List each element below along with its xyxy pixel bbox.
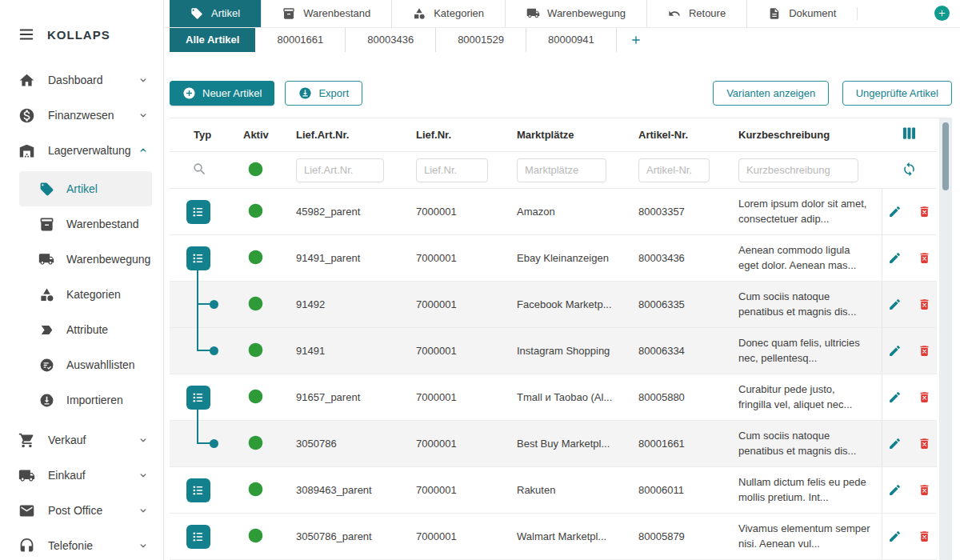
table-row[interactable]: 91657_parent 7000001 Tmall и Taobao (Al.… xyxy=(170,374,937,421)
cell-lief-art-nr: 3089463_parent xyxy=(281,467,401,514)
subtab-80001661[interactable]: 80001661 xyxy=(255,28,346,52)
delete-button[interactable] xyxy=(918,530,931,543)
tab-kategorien[interactable]: Kategorien xyxy=(391,0,505,27)
edit-button[interactable] xyxy=(888,251,902,265)
parent-type-badge[interactable] xyxy=(186,478,210,502)
filter-input-artikel-nr[interactable] xyxy=(638,158,710,182)
tab-warenbewegung[interactable]: Warenbewegung xyxy=(505,0,646,27)
table-body: 45982_parent 7000001 Amazon 80003357 Lor… xyxy=(170,189,937,560)
document-icon xyxy=(768,6,782,20)
pencil-icon xyxy=(888,530,902,543)
delete-button[interactable] xyxy=(918,390,931,404)
truck-icon xyxy=(18,466,35,484)
subtab-alle-artikel[interactable]: Alle Artikel xyxy=(170,28,255,52)
edit-button[interactable] xyxy=(888,298,902,311)
delete-button[interactable] xyxy=(918,298,931,311)
cell-lief-nr: 7000001 xyxy=(401,328,502,374)
sidebar-item-einkauf[interactable]: Einkauf xyxy=(0,458,163,493)
hamburger-menu-icon[interactable] xyxy=(18,26,35,43)
sidebar-item-importieren[interactable]: Importieren xyxy=(0,382,163,418)
edit-button[interactable] xyxy=(888,344,902,358)
cell-lief-nr: 7000001 xyxy=(401,189,502,235)
table-row[interactable]: 3050786_parent 7000001 Walmart Marketpl.… xyxy=(170,514,937,560)
undo-icon xyxy=(668,6,682,20)
filter-input-marktplaetze[interactable] xyxy=(517,158,606,182)
sidebar-item-attribute[interactable]: Attribute xyxy=(0,312,163,347)
parent-type-badge[interactable] xyxy=(186,386,210,410)
delete-button[interactable] xyxy=(918,251,931,265)
table-row[interactable]: 45982_parent 7000001 Amazon 80003357 Lor… xyxy=(170,189,937,235)
delete-button[interactable] xyxy=(918,344,931,358)
refresh-button[interactable] xyxy=(882,152,937,189)
tab-retoure[interactable]: Retoure xyxy=(646,0,746,27)
cell-lief-art-nr: 91657_parent xyxy=(281,374,401,421)
button-label: Export xyxy=(318,87,349,99)
table-row[interactable]: 91491 7000001 Instagram Shopping 8000633… xyxy=(170,328,937,374)
scrollbar-thumb[interactable] xyxy=(942,122,949,190)
cell-artikel-nr: 80005879 xyxy=(623,514,723,560)
edit-button[interactable] xyxy=(888,205,902,218)
export-button[interactable]: Export xyxy=(285,81,362,106)
active-status-icon xyxy=(247,388,264,405)
unverified-articles-button[interactable]: Ungeprüfte Artikel xyxy=(842,81,952,106)
filter-aktiv[interactable] xyxy=(231,152,281,189)
chevron-down-icon xyxy=(138,470,149,481)
filter-input-kurzbeschreibung[interactable] xyxy=(738,158,858,182)
add-tab-button[interactable] xyxy=(934,6,950,21)
active-status-icon xyxy=(247,434,264,451)
subtab-80000941[interactable]: 80000941 xyxy=(526,28,617,52)
tab-warenbestand[interactable]: Warenbestand xyxy=(261,0,391,27)
filter-input-lief-art-nr[interactable] xyxy=(296,158,384,182)
filter-input-lief-nr[interactable] xyxy=(416,158,488,182)
edit-button[interactable] xyxy=(888,390,902,404)
sidebar-item-auswahllisten[interactable]: Auswahllisten xyxy=(0,347,163,382)
table-row[interactable]: 3089463_parent 7000001 Rakuten 80006011 … xyxy=(170,467,937,514)
table-row[interactable]: 91491_parent 7000001 Ebay Kleinanzeigen … xyxy=(170,235,937,282)
sidebar-item-warenbewegung[interactable]: Warenbewegung xyxy=(0,242,163,277)
active-status-icon xyxy=(247,249,264,266)
module-tabbar: Artikel Warenbestand Kategorien Warenbew… xyxy=(164,0,960,28)
sidebar-item-lagerverwaltung[interactable]: Lagerverwaltung xyxy=(0,133,163,168)
parent-type-badge[interactable] xyxy=(186,200,210,224)
column-header-kurzbeschreibung: Kurzbeschreibung xyxy=(723,118,882,152)
parent-type-badge[interactable] xyxy=(186,246,210,270)
delete-button[interactable] xyxy=(918,205,931,218)
column-settings-button[interactable] xyxy=(882,118,937,152)
sidebar-item-label: Dashboard xyxy=(48,74,138,86)
filter-typ[interactable] xyxy=(170,152,231,189)
headset-icon xyxy=(18,537,35,554)
delete-button[interactable] xyxy=(918,483,931,497)
warehouse-icon xyxy=(18,142,35,159)
parent-type-badge[interactable] xyxy=(186,525,210,549)
delete-button[interactable] xyxy=(918,437,931,450)
add-circle-icon xyxy=(182,86,196,100)
sidebar-item-artikel[interactable]: Artikel xyxy=(19,171,152,206)
show-variants-button[interactable]: Varianten anzeigen xyxy=(713,81,829,106)
sidebar-item-dashboard[interactable]: Dashboard xyxy=(0,62,163,98)
subtab-80003436[interactable]: 80003436 xyxy=(346,28,436,52)
edit-button[interactable] xyxy=(888,483,902,497)
cell-lief-art-nr: 91491_parent xyxy=(281,235,401,282)
table-row[interactable]: 91492 7000001 Facebook Marketp... 800063… xyxy=(170,282,937,328)
subtab-label: Alle Artikel xyxy=(186,34,239,46)
sidebar-item-finanzwesen[interactable]: Finanzwesen xyxy=(0,98,163,133)
money-icon xyxy=(18,106,35,124)
sidebar-item-telefonie[interactable]: Telefonie xyxy=(0,528,163,560)
add-subtab-button[interactable] xyxy=(617,28,655,52)
sidebar-item-warenbestand[interactable]: Warenbestand xyxy=(0,206,163,242)
subtab-80001529[interactable]: 80001529 xyxy=(436,28,526,52)
edit-button[interactable] xyxy=(888,437,902,450)
new-article-button[interactable]: Neuer Artikel xyxy=(170,81,274,106)
table-row[interactable]: 3050786 7000001 Best Buy Marketpl... 800… xyxy=(170,421,937,467)
tab-dokument[interactable]: Dokument xyxy=(746,0,857,27)
edit-button[interactable] xyxy=(888,530,902,543)
cell-marktplatz: Rakuten xyxy=(502,467,623,514)
tab-artikel[interactable]: Artikel xyxy=(170,0,261,27)
trash-icon xyxy=(918,437,931,450)
import-circle-icon xyxy=(38,392,54,408)
sidebar-item-verkauf[interactable]: Verkauf xyxy=(0,422,163,458)
sidebar-item-label: Einkauf xyxy=(48,469,138,482)
sidebar-item-kategorien[interactable]: Kategorien xyxy=(0,277,163,312)
tab-label: Warenbestand xyxy=(303,7,370,19)
sidebar-item-post-office[interactable]: Post Office xyxy=(0,493,163,528)
